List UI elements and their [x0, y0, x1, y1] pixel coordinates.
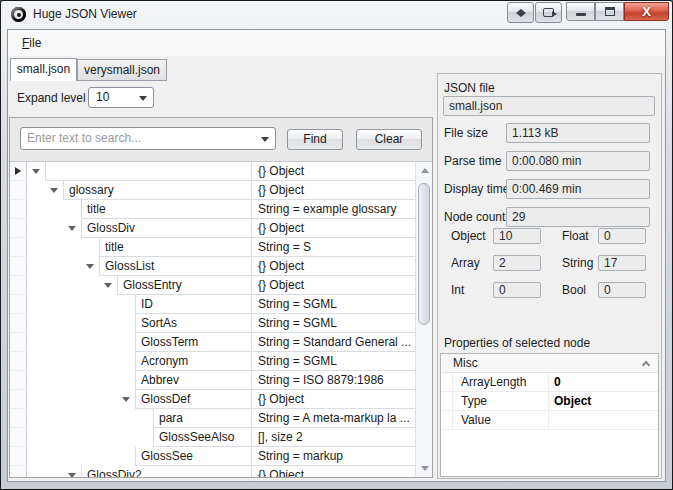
property-name-cell[interactable]: ArrayLength	[453, 373, 549, 392]
tree-row[interactable]: AcronymString = SGML	[10, 352, 415, 371]
scrollbar-thumb[interactable]	[418, 183, 430, 325]
node-name-cell[interactable]: title	[81, 200, 251, 219]
tree-row[interactable]: {} Object	[10, 162, 415, 181]
property-category-misc[interactable]: Misc	[441, 354, 658, 373]
node-value-cell[interactable]: String = ISO 8879:1986	[251, 371, 415, 390]
node-name-cell[interactable]: GlossDef	[135, 390, 251, 409]
node-value-cell[interactable]: {} Object	[251, 257, 415, 276]
property-row[interactable]: TypeObject	[441, 392, 658, 411]
expander-icon[interactable]	[122, 397, 130, 402]
close-button[interactable]: X	[624, 2, 669, 21]
expander-icon[interactable]	[68, 473, 76, 477]
vertical-scrollbar[interactable]	[415, 162, 432, 477]
node-value-cell[interactable]: {} Object	[251, 276, 415, 295]
find-button[interactable]: Find	[287, 129, 343, 150]
node-value-cell[interactable]: {} Object	[251, 181, 415, 200]
caption-split-button[interactable]	[507, 2, 534, 23]
title-bar[interactable]: Huge JSON Viewer X	[1, 1, 672, 29]
row-header[interactable]	[10, 238, 27, 257]
scroll-down-button[interactable]	[416, 460, 432, 477]
row-header[interactable]	[10, 447, 27, 466]
row-header[interactable]	[10, 295, 27, 314]
row-header[interactable]	[10, 181, 27, 200]
node-name-cell[interactable]: GlossTerm	[135, 333, 251, 352]
row-header[interactable]	[10, 200, 27, 219]
maximize-button[interactable]	[595, 2, 624, 21]
node-value-cell[interactable]: String = example glossary	[251, 200, 415, 219]
tree-row[interactable]: paraString = A meta-markup la ...	[10, 409, 415, 428]
search-input[interactable]: Enter text to search...	[20, 127, 276, 150]
node-value-cell[interactable]: String = A meta-markup la ...	[251, 409, 415, 428]
row-header[interactable]	[10, 314, 27, 333]
tree-row[interactable]: GlossDef{} Object	[10, 390, 415, 409]
node-value-cell[interactable]: {} Object	[251, 219, 415, 238]
node-name-cell[interactable]: GlossDiv	[81, 219, 251, 238]
node-name-cell[interactable]	[45, 162, 251, 181]
node-name-cell[interactable]: Abbrev	[135, 371, 251, 390]
row-header[interactable]	[10, 333, 27, 352]
node-value-cell[interactable]: [], size 2	[251, 428, 415, 447]
tree-row[interactable]: glossary{} Object	[10, 181, 415, 200]
property-value-cell[interactable]	[549, 411, 658, 430]
tab-verysmall-json[interactable]: verysmall.json	[77, 59, 167, 81]
tree-row[interactable]: AbbrevString = ISO 8879:1986	[10, 371, 415, 390]
property-value-cell[interactable]: Object	[549, 392, 658, 411]
caption-export-button[interactable]	[535, 2, 562, 23]
node-value-cell[interactable]: String = markup	[251, 447, 415, 466]
node-value-cell[interactable]: String = SGML	[251, 295, 415, 314]
node-name-cell[interactable]: GlossList	[99, 257, 251, 276]
node-name-cell[interactable]: title	[99, 238, 251, 257]
scroll-up-button[interactable]	[416, 162, 432, 179]
property-row[interactable]: Value	[441, 411, 658, 430]
row-header[interactable]	[10, 162, 27, 181]
expander-icon[interactable]	[68, 226, 76, 231]
tree-row[interactable]: GlossEntry{} Object	[10, 276, 415, 295]
minimize-button[interactable]	[566, 2, 595, 21]
row-header[interactable]	[10, 409, 27, 428]
node-name-cell[interactable]: GlossDiv2	[81, 466, 251, 477]
node-name-cell[interactable]: GlossSeeAlso	[153, 428, 251, 447]
menu-file[interactable]: File	[14, 33, 49, 53]
row-header[interactable]	[10, 466, 27, 477]
node-name-cell[interactable]: GlossSee	[135, 447, 251, 466]
row-header[interactable]	[10, 352, 27, 371]
node-name-cell[interactable]: GlossEntry	[117, 276, 251, 295]
tree-row[interactable]: GlossSeeAlso[], size 2	[10, 428, 415, 447]
expand-level-combobox[interactable]: 10	[88, 87, 154, 108]
row-header[interactable]	[10, 219, 27, 238]
expander-icon[interactable]	[32, 169, 40, 174]
node-value-cell[interactable]: {} Object	[251, 390, 415, 409]
tab-small-json[interactable]: small.json	[10, 58, 77, 81]
tree-row[interactable]: titleString = example glossary	[10, 200, 415, 219]
collapse-chevron-icon[interactable]	[642, 361, 650, 369]
node-value-cell[interactable]: String = SGML	[251, 352, 415, 371]
node-name-cell[interactable]: Acronym	[135, 352, 251, 371]
tree-row[interactable]: SortAsString = SGML	[10, 314, 415, 333]
expander-icon[interactable]	[104, 283, 112, 288]
expander-icon[interactable]	[50, 188, 58, 193]
node-value-cell[interactable]: String = Standard General ...	[251, 333, 415, 352]
node-name-cell[interactable]: SortAs	[135, 314, 251, 333]
tree-row[interactable]: IDString = SGML	[10, 295, 415, 314]
node-value-cell[interactable]: {} Object	[251, 466, 415, 477]
tree-row[interactable]: GlossList{} Object	[10, 257, 415, 276]
property-name-cell[interactable]: Value	[453, 411, 549, 430]
node-value-cell[interactable]: String = SGML	[251, 314, 415, 333]
property-row[interactable]: ArrayLength0	[441, 373, 658, 392]
tree-row[interactable]: GlossTermString = Standard General ...	[10, 333, 415, 352]
tree-row[interactable]: GlossSeeString = markup	[10, 447, 415, 466]
node-name-cell[interactable]: glossary	[63, 181, 251, 200]
tree-row[interactable]: GlossDiv2{} Object	[10, 466, 415, 477]
tree-row[interactable]: GlossDiv{} Object	[10, 219, 415, 238]
row-header[interactable]	[10, 257, 27, 276]
row-header[interactable]	[10, 428, 27, 447]
node-value-cell[interactable]: String = S	[251, 238, 415, 257]
row-header[interactable]	[10, 276, 27, 295]
row-header[interactable]	[10, 390, 27, 409]
tree-row[interactable]: titleString = S	[10, 238, 415, 257]
node-name-cell[interactable]: para	[153, 409, 251, 428]
node-value-cell[interactable]: {} Object	[251, 162, 415, 181]
clear-button[interactable]: Clear	[356, 129, 422, 150]
expander-icon[interactable]	[86, 264, 94, 269]
property-name-cell[interactable]: Type	[453, 392, 549, 411]
